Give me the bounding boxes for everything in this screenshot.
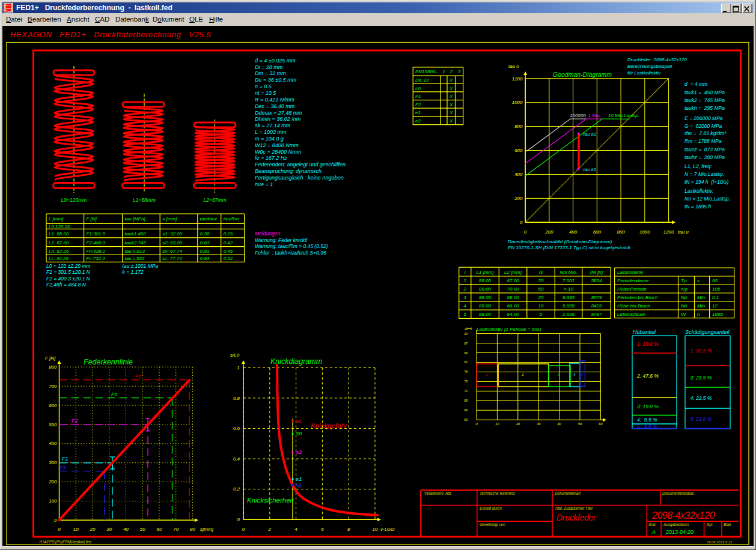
svg-text:5: 5 [464, 312, 467, 317]
svg-text:N = 7 Mio.Lastsp.: N = 7 Mio.Lastsp. [684, 171, 724, 177]
svg-text:8425: 8425 [591, 303, 602, 309]
svg-text:2098-4x32x120: 2098-4x32x120 [651, 510, 715, 521]
svg-text:tauoz = 873 MPa: tauoz = 873 MPa [684, 147, 725, 153]
svg-text:40: 40 [558, 422, 562, 426]
svg-text:X: X [449, 110, 453, 115]
svg-text:10: 10 [538, 303, 544, 309]
svg-text:Verantwortl. Abt.: Verantwortl. Abt. [424, 491, 452, 495]
svg-text:nt = 10.5: nt = 10.5 [255, 90, 276, 96]
svg-text:60: 60 [712, 278, 718, 283]
svg-text:tauk1:450: tauk1:450 [125, 231, 147, 237]
svg-text:Lastkollektiv:: Lastkollektiv: [684, 188, 714, 194]
svg-text:0: 0 [242, 527, 245, 532]
svg-text:L0: L0 [415, 86, 421, 91]
svg-text:A: A [651, 529, 656, 535]
svg-text:h: h [697, 312, 700, 317]
svg-text:ni: ni [539, 270, 543, 275]
svg-text:Technische Referenz: Technische Referenz [480, 491, 516, 495]
svg-text:Blatt: Blatt [724, 522, 731, 527]
svg-text:1: 19.0 %: 1: 19.0 % [637, 341, 659, 347]
svg-text:0.25: 0.25 [224, 231, 233, 237]
svg-text:0.52: 0.52 [224, 256, 233, 261]
svg-text:tau c:932: tau c:932 [125, 256, 145, 261]
svg-text:F2: F2 [72, 418, 78, 424]
svg-text:0: 0 [54, 518, 57, 523]
svg-text:800: 800 [514, 124, 523, 129]
svg-text:e2: e2 [415, 118, 421, 124]
svg-text:75: 75 [464, 379, 468, 383]
svg-text:50: 50 [140, 527, 145, 532]
svg-text:1: 1 [237, 365, 240, 370]
svg-text:F1: F1 [62, 456, 69, 462]
svg-text:sc: sc [296, 417, 302, 424]
svg-text:0: 0 [520, 220, 523, 225]
svg-text:200: 200 [514, 196, 523, 201]
svg-text:81: 81 [464, 360, 468, 364]
svg-text:L2: 67.00: L2: 67.00 [49, 240, 69, 246]
svg-text:1000: 1000 [639, 229, 650, 235]
svg-text:tNi [h]: tNi [h] [590, 270, 603, 275]
svg-text:67.00: 67.00 [507, 278, 520, 283]
svg-text:72: 72 [464, 389, 468, 393]
svg-text:30: 30 [106, 527, 112, 532]
svg-text:s[mm]: s[mm] [200, 527, 214, 532]
svg-text:L [mm]: L [mm] [49, 216, 64, 222]
svg-text:100: 100 [49, 498, 57, 504]
svg-text:5: 21.6 %: 5: 21.6 % [690, 416, 712, 422]
svg-text:Mio.: Mio. [697, 295, 706, 300]
svg-text:1200: 1200 [512, 76, 523, 82]
svg-text:Ddmax = 27.48 mm: Ddmax = 27.48 mm [255, 110, 302, 116]
svg-text:66.00: 66.00 [507, 303, 520, 309]
svg-text:Titel, Zusätzlicher Titel: Titel, Zusätzlicher Titel [555, 506, 593, 510]
svg-text:rho = 7.85 kg/dm³: rho = 7.85 kg/dm³ [684, 130, 727, 136]
svg-text:5: 4.8 %: 5: 4.8 % [637, 423, 657, 429]
svg-text:tau u: tau u [678, 229, 689, 235]
svg-text:800: 800 [617, 229, 625, 235]
svg-text:F2:400.3: F2:400.3 [87, 240, 106, 246]
svg-text:L0=120mm: L0=120mm [61, 197, 87, 203]
svg-text:taukh = 295 MPa: taukh = 295 MPa [684, 105, 725, 111]
svg-text:700: 700 [49, 384, 57, 389]
svg-text:0.42: 0.42 [224, 240, 233, 246]
svg-text:Fertigungsausgleich : keine An: Fertigungsausgleich : keine Angaben [255, 175, 344, 181]
svg-text:63: 63 [464, 418, 468, 422]
svg-text:1000: 1000 [512, 100, 523, 105]
svg-text:Warnung: tauc/Rm > 0.45 (0.52): Warnung: tauc/Rm > 0.45 (0.52) [255, 243, 328, 249]
svg-text:50: 50 [578, 422, 582, 426]
svg-text:Druckfeder: Druckfeder [556, 513, 597, 522]
svg-text:9.695: 9.695 [562, 295, 575, 300]
svg-text:1: 1 [486, 373, 487, 376]
svg-text:L1=88mm: L1=88mm [133, 197, 156, 203]
svg-text:40: 40 [123, 527, 129, 532]
svg-text:88.00: 88.00 [479, 295, 492, 300]
svg-text:i: i [465, 270, 466, 275]
svg-text:sn: sn [296, 430, 302, 437]
svg-text:0: 0 [237, 517, 240, 522]
svg-text:0: 0 [475, 422, 478, 426]
svg-text:4: 4 [464, 303, 467, 309]
svg-text:Erstellt durch: Erstellt durch [480, 506, 502, 510]
svg-text:2: 2 [521, 373, 524, 376]
svg-text:Fk: Fk [60, 465, 66, 471]
svg-text:4: 22.5 %: 4: 22.5 % [690, 395, 712, 401]
svg-text:Lastkollektiv: Lastkollektiv [617, 270, 644, 275]
svg-text:4: 4 [573, 373, 576, 376]
svg-text:Fc: Fc [135, 373, 141, 379]
svg-text:6: 6 [321, 527, 324, 532]
svg-text:n/p: n/p [681, 286, 688, 292]
svg-text:Dauerfestigkeitsschaubild (Goo: Dauerfestigkeitsschaubild (Goodman-Diagr… [508, 239, 612, 244]
svg-text:F2,48h = 484.8 N: F2,48h = 484.8 N [46, 282, 87, 288]
svg-text:tau/tauz: tau/tauz [200, 216, 217, 222]
svg-text:tN = 194 h (f=10/s): tN = 194 h (f=10/s) [684, 179, 728, 185]
svg-text:EN15800-: EN15800- [415, 69, 437, 74]
svg-text:88.00: 88.00 [479, 278, 492, 283]
svg-text:F2: F2 [415, 102, 421, 107]
svg-text:tau z:1001 MPa: tau z:1001 MPa [123, 263, 159, 269]
svg-text:105: 105 [712, 286, 721, 292]
svg-text:Perioden bis Bruch: Perioden bis Bruch [617, 295, 658, 300]
svg-text:tau o: tau o [508, 64, 519, 69]
svg-text:X: X [449, 102, 453, 107]
svg-text:2: 2 [449, 69, 453, 74]
svg-text:60: 60 [599, 422, 603, 426]
svg-text:20: 20 [538, 278, 544, 283]
